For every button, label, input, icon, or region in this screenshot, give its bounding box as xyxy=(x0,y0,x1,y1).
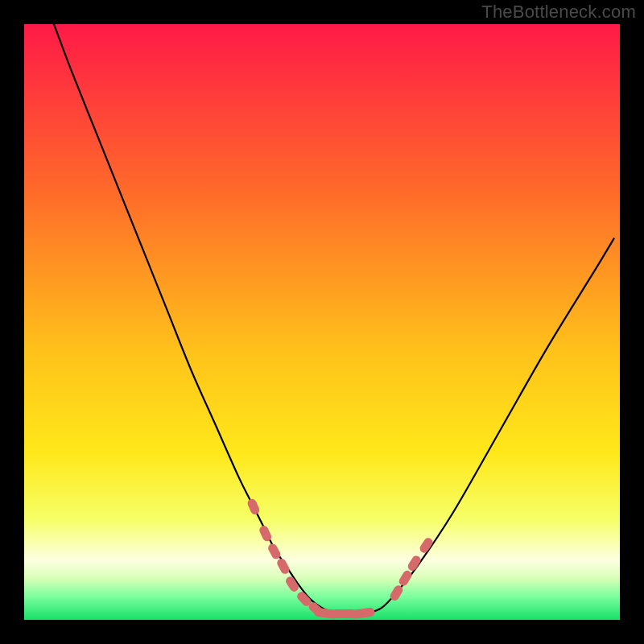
plot-area xyxy=(24,24,620,620)
gradient-background xyxy=(24,24,620,620)
watermark-text: TheBottleneck.com xyxy=(481,2,636,23)
outer-frame: TheBottleneck.com xyxy=(0,0,644,644)
chart-svg xyxy=(24,24,620,620)
